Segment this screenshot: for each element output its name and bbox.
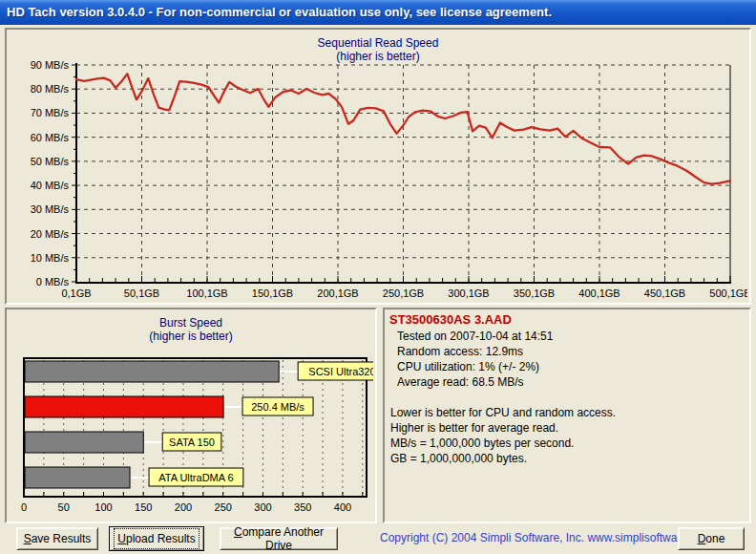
compare-another-drive-button[interactable]: Compare Another Drive	[220, 527, 338, 550]
burst-x-tick-label: 300	[254, 501, 271, 513]
burst-x-tick-label: 400	[334, 501, 351, 513]
y-tick-label: 0 MB/s	[36, 276, 70, 288]
burst-speed-chart: 050100150200250300350400SCSI Ultra320250…	[7, 309, 373, 520]
tested-on-line: Tested on 2007-10-04 at 14:51	[385, 329, 749, 344]
burst-bar	[25, 467, 130, 488]
copyright-text: Copyright (C) 2004 Simpli Software, Inc.…	[380, 531, 699, 544]
y-tick-label: 20 MB/s	[31, 228, 70, 240]
bar-label-text: SATA 150	[169, 437, 215, 448]
upload-results-button[interactable]: Upload Results	[109, 526, 204, 551]
burst-x-tick-label: 250	[215, 501, 232, 513]
x-tick-label: 400,1GB	[578, 288, 620, 299]
y-tick-label: 70 MB/s	[31, 107, 70, 118]
hdtach-window: HD Tach version 3.0.4.0 - For non-commer…	[0, 0, 756, 554]
note-gb-definition: GB = 1,000,000,000 bytes.	[385, 451, 749, 466]
drive-name: ST3500630AS 3.AAD	[385, 309, 749, 329]
burst-x-tick-label: 0	[21, 501, 27, 513]
y-tick-label: 50 MB/s	[31, 156, 70, 167]
y-tick-label: 60 MB/s	[31, 132, 70, 143]
x-tick-label: 450,1GB	[644, 288, 685, 299]
bar-label-text: SCSI Ultra320	[308, 366, 373, 377]
note-lower-better: Lower is better for CPU and random acces…	[385, 405, 749, 420]
x-tick-label: 250,1GB	[383, 288, 424, 299]
drive-info-panel: ST3500630AS 3.AAD Tested on 2007-10-04 a…	[383, 308, 751, 523]
burst-x-tick-label: 100	[94, 501, 112, 513]
y-tick-label: 80 MB/s	[31, 83, 70, 95]
burst-x-tick-label: 150	[135, 501, 152, 513]
burst-speed-panel: Burst Speed (higher is better) 050100150…	[5, 308, 377, 523]
burst-x-tick-label: 350	[294, 501, 311, 513]
random-access-line: Random access: 12.9ms	[385, 344, 749, 359]
sequential-read-panel: Sequential Read Speed (higher is better)…	[5, 28, 751, 305]
y-tick-label: 90 MB/s	[31, 59, 70, 71]
window-title: HD Tach version 3.0.4.0 - For non-commer…	[7, 5, 552, 19]
done-button[interactable]: Done	[678, 527, 745, 550]
average-read-line: Average read: 68.5 MB/s	[385, 374, 749, 390]
burst-bar	[25, 432, 143, 453]
window-titlebar: HD Tach version 3.0.4.0 - For non-commer…	[0, 0, 756, 25]
y-tick-label: 10 MB/s	[31, 252, 70, 264]
note-higher-better: Higher is better for average read.	[385, 420, 749, 436]
x-tick-label: 350,1GB	[514, 288, 555, 299]
x-tick-label: 150,1GB	[252, 288, 293, 299]
x-tick-label: 100,1GB	[186, 288, 227, 299]
burst-bar	[25, 396, 223, 417]
y-tick-label: 30 MB/s	[31, 203, 70, 215]
y-tick-label: 40 MB/s	[31, 180, 70, 191]
sequential-read-chart: 90 MB/s80 MB/s70 MB/s60 MB/s50 MB/s40 MB…	[7, 30, 747, 301]
x-tick-label: 50,1GB	[124, 288, 159, 299]
bar-label-text: 250.4 MB/s	[251, 401, 304, 413]
cpu-utilization-line: CPU utilization: 1% (+/- 2%)	[385, 359, 749, 374]
burst-x-tick-label: 200	[175, 501, 192, 513]
note-mbs-definition: MB/s = 1,000,000 bytes per second.	[385, 436, 749, 451]
save-results-button[interactable]: Save Results	[16, 527, 98, 550]
bar-label-text: ATA UltraDMA 6	[158, 472, 233, 483]
x-tick-label: 500,1GB	[709, 288, 747, 299]
x-tick-label: 0,1GB	[61, 288, 91, 299]
x-tick-label: 300,1GB	[448, 288, 489, 299]
burst-x-tick-label: 50	[58, 501, 70, 513]
burst-bar	[25, 361, 279, 382]
x-tick-label: 200,1GB	[317, 288, 358, 299]
